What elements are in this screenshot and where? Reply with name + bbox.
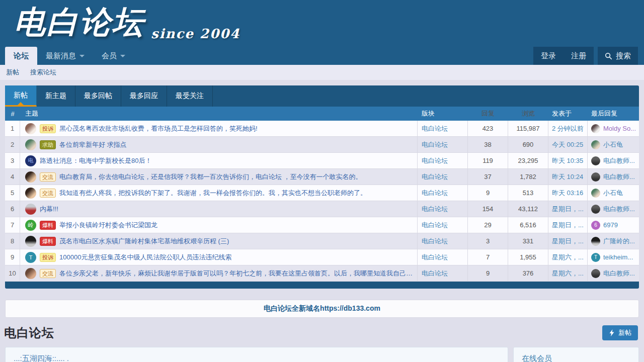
topic-title-link[interactable]: 各位乡亲父老，新年快乐，麻烦让我谢华居于版首可以吗？年初七之前，我要在这里占领首… [59,269,413,278]
topic-author-avatar[interactable] [25,171,36,183]
topic-author-avatar[interactable] [25,123,36,134]
posted-time-link[interactable]: 星期六，... [552,269,584,278]
lightning-icon [609,329,615,336]
posted-time-link[interactable]: 昨天 10:35 [552,156,583,165]
last-reply-avatar[interactable]: T [591,253,600,262]
category-panel: ...:五湖四海::.... . [5,347,508,362]
login-link[interactable]: 登录 [533,47,564,65]
tab-最多回应[interactable]: 最多回应 [121,85,167,107]
topic-cell: 电 路透社消息：电海中学新校长是80后！ [20,153,418,168]
subnav-link-搜索论坛[interactable]: 搜索论坛 [30,68,56,77]
register-link[interactable]: 注册 [564,47,594,65]
category-panel-title[interactable]: ...:五湖四海::.... . [14,354,69,362]
topic-cell: 交流 各位乡亲父老，新年快乐，麻烦让我谢华居于版首可以吗？年初七之前，我要在这里… [20,265,418,281]
last-reply-avatar[interactable] [591,205,600,214]
forum-link[interactable]: 电白论坛 [422,269,448,278]
last-reply-user-link[interactable]: 广隆岭的... [603,237,635,246]
posted-cell: 星期六，... [548,249,588,265]
forum-link[interactable]: 电白论坛 [422,253,448,262]
topic-author-avatar[interactable] [25,204,36,215]
topic-cell: 投诉 黑心茂名粤西农批市场乱收费，看市场员工是怎样回答的，笑死她妈! [20,121,418,136]
tab-新帖[interactable]: 新帖 [5,85,37,107]
last-reply-avatar[interactable] [591,172,600,182]
topic-title-link[interactable]: 各位前辈新年好 求指点 [59,140,127,149]
topic-author-avatar[interactable] [25,188,36,199]
last-reply-user-link[interactable]: Moldy So... [603,125,636,132]
posted-time-link[interactable]: 星期日，... [552,237,584,246]
subnav-link-新帖[interactable]: 新帖 [6,68,19,77]
last-reply-avatar[interactable] [591,237,600,246]
last-reply-user-link[interactable]: 6979 [603,221,618,229]
last-reply-cell: 小石龟 [588,185,639,201]
topic-author-avatar[interactable] [25,236,36,247]
topic-title-link[interactable]: 内幕!!! [40,205,58,214]
last-reply-user-link[interactable]: 小石龟 [603,140,623,149]
topic-author-avatar[interactable] [25,139,36,150]
col-header-forum: 版块 [418,107,468,121]
last-reply-cell: 电白教师... [588,265,639,281]
forum-link[interactable]: 电白论坛 [422,221,448,230]
posted-time-link[interactable]: 今天 00:25 [552,140,583,149]
topic-author-avatar[interactable]: 电 [25,155,36,166]
last-reply-avatar[interactable] [591,189,600,198]
views-count: 43,112 [508,201,548,217]
forum-link[interactable]: 电白论坛 [422,140,448,149]
views-count: 1,955 [508,249,548,265]
last-reply-user-link[interactable]: 电白教师... [603,156,635,165]
forum-link[interactable]: 电白论坛 [422,156,448,165]
search-button[interactable]: 搜索 [598,47,638,65]
last-reply-user-link[interactable]: 电白教师... [603,205,635,214]
header-actions: 登录 注册 搜索 [533,47,638,65]
forum-link[interactable]: 电白论坛 [422,172,448,182]
topic-title-link[interactable]: 举报小良镇岭圩村委会书记梁国龙 [59,221,157,230]
forum-link[interactable]: 电白论坛 [422,124,448,133]
tab-最受关注[interactable]: 最受关注 [167,85,213,107]
last-reply-avatar[interactable]: 6 [591,221,600,230]
nav-item-论坛[interactable]: 论坛 [5,47,37,65]
last-reply-avatar[interactable] [591,140,600,149]
nav-item-会员[interactable]: 会员 [93,47,134,65]
topic-title-link[interactable]: 茂名市电白区水东镇广隆岭村集体宅基地维权艰辛历程 (三) [59,237,229,246]
col-header-views: 浏览 [508,107,548,121]
posted-time-link[interactable]: 昨天 03:16 [552,189,583,198]
main-nav-items: 论坛最新消息会员 [5,47,134,65]
topic-author-avatar[interactable]: T [25,252,36,263]
posted-time-link[interactable]: 昨天 10:24 [552,172,583,182]
domain-notice-text[interactable]: 电白论坛全新域名https://db133.com [264,304,380,313]
last-reply-user-link[interactable]: 小石龟 [603,189,623,198]
row-number: 2 [5,137,20,152]
topic-badge: 投诉 [40,124,56,133]
last-reply-cell: Moldy So... [588,121,639,136]
col-header-replies: 回复 [468,107,508,121]
forum-link[interactable]: 电白论坛 [422,237,448,246]
topic-author-avatar[interactable]: 岭 [25,220,36,231]
forum-link[interactable]: 电白论坛 [422,189,448,198]
table-row: 2 求助 各位前辈新年好 求指点 电白论坛 38 690 今天 00:25 小石… [5,137,639,153]
topic-title-link[interactable]: 路透社消息：电海中学新校长是80后！ [40,156,151,165]
online-members-title[interactable]: 在线会员 [522,354,552,362]
nav-item-最新消息[interactable]: 最新消息 [37,47,93,65]
posted-time-link[interactable]: 星期六，... [552,253,584,262]
tab-新主题[interactable]: 新主题 [37,85,75,107]
last-reply-avatar[interactable] [591,269,600,278]
topic-cell: 交流 电白教育局，你去信电白论坛，还是信我呀？我都一百次告诉你们，电白论坛 ，至… [20,169,418,185]
topic-author-avatar[interactable] [25,268,36,279]
site-logo: 电白论坛 [14,1,145,43]
topic-title-link[interactable]: 100000元悬赏征集茂名中级人民法院公职人员违法违纪线索 [59,253,231,262]
table-row: 6 内幕!!! 电白论坛 154 43,112 星期日，... 电白教师... [5,201,639,217]
topic-title-link[interactable]: 电白教育局，你去信电白论坛，还是信我呀？我都一百次告诉你们，电白论坛 ，至今没有… [59,172,362,182]
last-reply-user-link[interactable]: 电白教师... [603,269,635,278]
last-reply-avatar[interactable] [591,124,600,133]
posted-time-link[interactable]: 星期日，... [552,205,584,214]
posted-time-link[interactable]: 2 分钟以前 [552,124,584,133]
tab-最多回帖[interactable]: 最多回帖 [75,85,121,107]
last-reply-avatar[interactable] [591,156,600,165]
topic-title-link[interactable]: 我知道有些人疼我，把投诉我的下架了。我谢谢，我一样会报答你们的。我，其实也不想当… [59,189,367,198]
forum-link[interactable]: 电白论坛 [422,205,448,214]
new-post-button[interactable]: 新帖 [602,325,638,340]
posted-time-link[interactable]: 星期日，... [552,221,584,230]
topic-title-link[interactable]: 黑心茂名粤西农批市场乱收费，看市场员工是怎样回答的，笑死她妈! [59,124,258,133]
last-reply-user-link[interactable]: 电白教师... [603,172,635,182]
replies-count: 37 [468,169,508,185]
last-reply-user-link[interactable]: teikheim... [603,253,633,261]
